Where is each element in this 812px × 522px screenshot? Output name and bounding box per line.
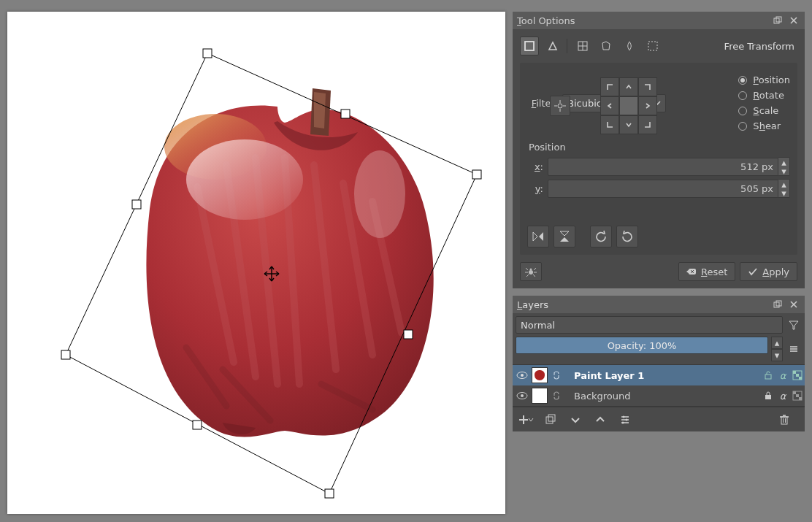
layer-properties-button[interactable] xyxy=(616,411,634,429)
rotate-ccw-button[interactable] xyxy=(590,226,612,247)
anchor-bottom-right[interactable] xyxy=(638,115,657,134)
reset-button[interactable]: Reset xyxy=(678,262,735,281)
svg-rect-28 xyxy=(525,42,534,50)
svg-rect-20 xyxy=(193,421,202,429)
float-panel-icon[interactable] xyxy=(771,14,784,27)
float-layers-icon[interactable] xyxy=(771,298,784,311)
inherit-alpha-icon[interactable] xyxy=(790,370,805,380)
svg-rect-75 xyxy=(796,394,799,397)
apply-button[interactable]: Apply xyxy=(740,262,797,281)
blend-mode-select[interactable]: Normal xyxy=(516,316,783,334)
svg-rect-65 xyxy=(765,375,771,379)
opacity-slider[interactable]: Opacity: 100% xyxy=(516,337,768,354)
move-layer-up-button[interactable] xyxy=(591,411,609,429)
tool-options-header[interactable]: Tool Options xyxy=(513,12,805,29)
layer-thumbnail xyxy=(532,388,548,404)
layer-name[interactable]: Paint Layer 1 xyxy=(564,370,761,381)
opacity-spinner[interactable]: ▴▾ xyxy=(771,337,783,361)
transform-mode-perspective-icon[interactable] xyxy=(543,37,562,55)
transform-mode-mesh-icon[interactable] xyxy=(643,37,662,55)
canvas-area[interactable] xyxy=(7,12,505,514)
tool-options-title: Tool Options xyxy=(517,15,768,26)
svg-rect-72 xyxy=(765,395,771,399)
canvas-svg xyxy=(7,12,505,514)
add-layer-button[interactable] xyxy=(517,411,535,429)
duplicate-layer-button[interactable] xyxy=(542,411,559,429)
transform-mode-warp-icon[interactable] xyxy=(573,37,592,55)
visibility-toggle-icon[interactable] xyxy=(513,371,532,380)
inherit-alpha-icon[interactable] xyxy=(790,391,805,401)
svg-point-86 xyxy=(622,421,624,423)
anchor-top-right[interactable] xyxy=(638,77,657,96)
delete-layer-button[interactable] xyxy=(775,411,793,429)
close-layers-icon[interactable] xyxy=(787,298,800,311)
svg-point-64 xyxy=(521,374,524,377)
anchor-top[interactable] xyxy=(619,77,638,96)
svg-rect-17 xyxy=(132,200,141,209)
anchor-grid xyxy=(600,77,657,134)
layer-link-icon[interactable] xyxy=(549,391,564,401)
lock-icon[interactable] xyxy=(761,391,775,400)
anchor-bottom[interactable] xyxy=(619,115,638,134)
svg-point-71 xyxy=(521,394,524,397)
layer-thumbnail xyxy=(532,367,548,383)
x-input[interactable]: 512 px xyxy=(548,158,778,176)
radio-scale[interactable]: Scale xyxy=(738,105,790,116)
svg-line-46 xyxy=(534,268,536,270)
transform-mode-cage-icon[interactable] xyxy=(597,37,616,55)
svg-marker-41 xyxy=(560,231,569,236)
layer-link-icon[interactable] xyxy=(549,370,564,380)
layer-list: Paint Layer 1 α Background α xyxy=(513,364,805,407)
transform-mode-liquify-icon[interactable] xyxy=(620,37,639,55)
svg-rect-79 xyxy=(546,417,553,423)
svg-line-45 xyxy=(526,268,528,270)
svg-marker-42 xyxy=(560,237,569,242)
layer-row[interactable]: Paint Layer 1 α xyxy=(513,365,805,385)
anchor-center[interactable] xyxy=(619,96,638,115)
radio-shear[interactable]: Shear xyxy=(738,120,790,131)
svg-rect-14 xyxy=(203,49,212,58)
anchor-bottom-left[interactable] xyxy=(600,115,619,134)
svg-marker-29 xyxy=(549,42,556,50)
svg-point-11 xyxy=(186,139,303,220)
svg-point-43 xyxy=(529,270,533,275)
alpha-icon[interactable]: α xyxy=(775,370,790,381)
svg-rect-69 xyxy=(799,377,802,380)
filter-layers-icon[interactable] xyxy=(786,316,802,334)
x-spinner[interactable]: ▴▾ xyxy=(778,157,790,176)
layer-name[interactable]: Background xyxy=(564,391,761,402)
svg-rect-33 xyxy=(648,42,657,50)
lock-icon[interactable] xyxy=(761,371,775,380)
anchor-left[interactable] xyxy=(600,96,619,115)
radio-rotate[interactable]: Rotate xyxy=(738,90,790,101)
anchor-top-left[interactable] xyxy=(600,77,619,96)
svg-rect-15 xyxy=(341,110,350,118)
svg-point-34 xyxy=(558,104,562,108)
flip-horizontal-button[interactable] xyxy=(527,226,549,247)
svg-rect-87 xyxy=(781,417,787,424)
svg-rect-74 xyxy=(793,391,796,394)
spider-icon[interactable] xyxy=(520,262,542,281)
layer-menu-icon[interactable] xyxy=(786,337,802,361)
svg-marker-39 xyxy=(533,232,537,241)
move-layer-down-button[interactable] xyxy=(567,411,584,429)
apple-painting xyxy=(146,88,433,437)
svg-line-50 xyxy=(533,275,535,277)
rotate-cw-button[interactable] xyxy=(616,226,638,247)
svg-rect-76 xyxy=(799,397,802,400)
layer-row[interactable]: Background α xyxy=(513,385,805,406)
y-input[interactable]: 505 px xyxy=(548,180,778,198)
flip-vertical-button[interactable] xyxy=(554,226,575,247)
y-spinner[interactable]: ▴▾ xyxy=(778,179,790,198)
layers-title: Layers xyxy=(517,299,768,310)
svg-marker-59 xyxy=(789,321,798,329)
radio-position[interactable]: Position xyxy=(738,74,790,85)
transform-mode-free-icon[interactable] xyxy=(520,37,539,55)
layers-header[interactable]: Layers xyxy=(513,296,805,313)
alpha-icon[interactable]: α xyxy=(775,391,790,402)
center-anchor-button[interactable] xyxy=(550,96,570,116)
anchor-right[interactable] xyxy=(638,96,657,115)
svg-point-12 xyxy=(354,150,405,238)
close-panel-icon[interactable] xyxy=(787,14,800,27)
visibility-toggle-icon[interactable] xyxy=(513,391,532,400)
